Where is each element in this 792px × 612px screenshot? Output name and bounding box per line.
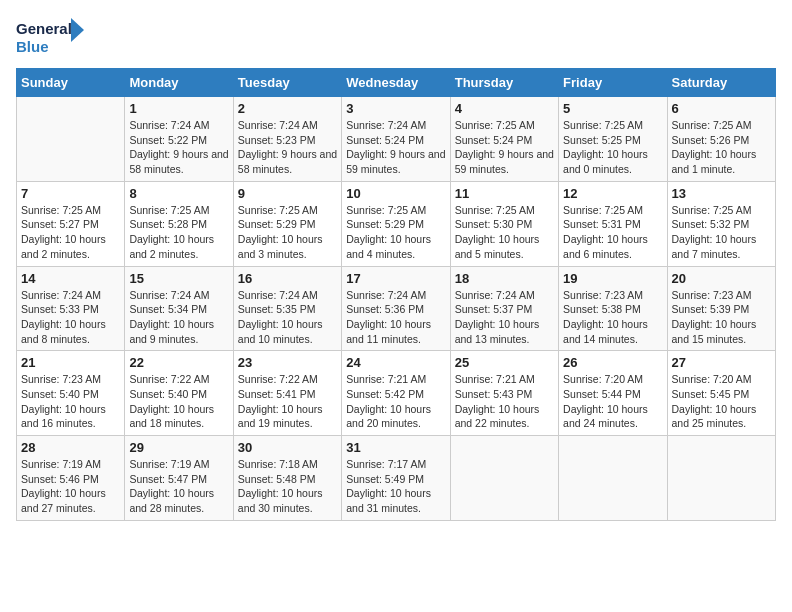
day-info: Sunrise: 7:25 AMSunset: 5:25 PMDaylight:… <box>563 118 662 177</box>
day-cell: 5Sunrise: 7:25 AMSunset: 5:25 PMDaylight… <box>559 97 667 182</box>
day-number: 6 <box>672 101 771 116</box>
day-info: Sunrise: 7:24 AMSunset: 5:36 PMDaylight:… <box>346 288 445 347</box>
column-header-friday: Friday <box>559 69 667 97</box>
column-header-monday: Monday <box>125 69 233 97</box>
day-cell: 20Sunrise: 7:23 AMSunset: 5:39 PMDayligh… <box>667 266 775 351</box>
day-cell: 21Sunrise: 7:23 AMSunset: 5:40 PMDayligh… <box>17 351 125 436</box>
logo-svg: General Blue <box>16 16 86 58</box>
day-cell <box>559 436 667 521</box>
day-info: Sunrise: 7:21 AMSunset: 5:42 PMDaylight:… <box>346 372 445 431</box>
day-info: Sunrise: 7:24 AMSunset: 5:22 PMDaylight:… <box>129 118 228 177</box>
day-number: 2 <box>238 101 337 116</box>
day-number: 5 <box>563 101 662 116</box>
day-cell: 17Sunrise: 7:24 AMSunset: 5:36 PMDayligh… <box>342 266 450 351</box>
day-info: Sunrise: 7:19 AMSunset: 5:47 PMDaylight:… <box>129 457 228 516</box>
day-info: Sunrise: 7:24 AMSunset: 5:34 PMDaylight:… <box>129 288 228 347</box>
day-cell: 30Sunrise: 7:18 AMSunset: 5:48 PMDayligh… <box>233 436 341 521</box>
day-cell: 16Sunrise: 7:24 AMSunset: 5:35 PMDayligh… <box>233 266 341 351</box>
day-number: 29 <box>129 440 228 455</box>
day-info: Sunrise: 7:25 AMSunset: 5:24 PMDaylight:… <box>455 118 554 177</box>
column-header-thursday: Thursday <box>450 69 558 97</box>
day-number: 28 <box>21 440 120 455</box>
day-info: Sunrise: 7:25 AMSunset: 5:32 PMDaylight:… <box>672 203 771 262</box>
day-number: 31 <box>346 440 445 455</box>
day-cell: 7Sunrise: 7:25 AMSunset: 5:27 PMDaylight… <box>17 181 125 266</box>
day-info: Sunrise: 7:19 AMSunset: 5:46 PMDaylight:… <box>21 457 120 516</box>
day-cell: 8Sunrise: 7:25 AMSunset: 5:28 PMDaylight… <box>125 181 233 266</box>
day-number: 15 <box>129 271 228 286</box>
day-info: Sunrise: 7:25 AMSunset: 5:29 PMDaylight:… <box>238 203 337 262</box>
day-info: Sunrise: 7:25 AMSunset: 5:27 PMDaylight:… <box>21 203 120 262</box>
day-number: 23 <box>238 355 337 370</box>
day-info: Sunrise: 7:25 AMSunset: 5:26 PMDaylight:… <box>672 118 771 177</box>
day-cell: 28Sunrise: 7:19 AMSunset: 5:46 PMDayligh… <box>17 436 125 521</box>
week-row-2: 7Sunrise: 7:25 AMSunset: 5:27 PMDaylight… <box>17 181 776 266</box>
svg-text:General: General <box>16 20 72 37</box>
day-number: 18 <box>455 271 554 286</box>
day-cell: 22Sunrise: 7:22 AMSunset: 5:40 PMDayligh… <box>125 351 233 436</box>
day-number: 22 <box>129 355 228 370</box>
day-cell: 26Sunrise: 7:20 AMSunset: 5:44 PMDayligh… <box>559 351 667 436</box>
day-number: 19 <box>563 271 662 286</box>
day-number: 24 <box>346 355 445 370</box>
svg-marker-2 <box>71 18 84 42</box>
day-info: Sunrise: 7:20 AMSunset: 5:44 PMDaylight:… <box>563 372 662 431</box>
day-number: 13 <box>672 186 771 201</box>
day-number: 17 <box>346 271 445 286</box>
day-number: 11 <box>455 186 554 201</box>
column-header-wednesday: Wednesday <box>342 69 450 97</box>
column-header-saturday: Saturday <box>667 69 775 97</box>
day-cell <box>17 97 125 182</box>
day-cell: 31Sunrise: 7:17 AMSunset: 5:49 PMDayligh… <box>342 436 450 521</box>
day-cell <box>667 436 775 521</box>
day-cell: 19Sunrise: 7:23 AMSunset: 5:38 PMDayligh… <box>559 266 667 351</box>
day-info: Sunrise: 7:23 AMSunset: 5:40 PMDaylight:… <box>21 372 120 431</box>
day-info: Sunrise: 7:25 AMSunset: 5:29 PMDaylight:… <box>346 203 445 262</box>
day-number: 4 <box>455 101 554 116</box>
day-number: 14 <box>21 271 120 286</box>
day-cell: 12Sunrise: 7:25 AMSunset: 5:31 PMDayligh… <box>559 181 667 266</box>
day-number: 10 <box>346 186 445 201</box>
day-cell: 25Sunrise: 7:21 AMSunset: 5:43 PMDayligh… <box>450 351 558 436</box>
logo: General Blue <box>16 16 86 58</box>
day-cell: 11Sunrise: 7:25 AMSunset: 5:30 PMDayligh… <box>450 181 558 266</box>
day-cell: 18Sunrise: 7:24 AMSunset: 5:37 PMDayligh… <box>450 266 558 351</box>
day-info: Sunrise: 7:18 AMSunset: 5:48 PMDaylight:… <box>238 457 337 516</box>
day-number: 7 <box>21 186 120 201</box>
page-header: General Blue <box>16 16 776 58</box>
column-header-tuesday: Tuesday <box>233 69 341 97</box>
day-cell <box>450 436 558 521</box>
day-info: Sunrise: 7:24 AMSunset: 5:23 PMDaylight:… <box>238 118 337 177</box>
day-info: Sunrise: 7:23 AMSunset: 5:38 PMDaylight:… <box>563 288 662 347</box>
day-info: Sunrise: 7:21 AMSunset: 5:43 PMDaylight:… <box>455 372 554 431</box>
day-cell: 4Sunrise: 7:25 AMSunset: 5:24 PMDaylight… <box>450 97 558 182</box>
day-info: Sunrise: 7:25 AMSunset: 5:31 PMDaylight:… <box>563 203 662 262</box>
day-cell: 2Sunrise: 7:24 AMSunset: 5:23 PMDaylight… <box>233 97 341 182</box>
day-cell: 3Sunrise: 7:24 AMSunset: 5:24 PMDaylight… <box>342 97 450 182</box>
week-row-1: 1Sunrise: 7:24 AMSunset: 5:22 PMDaylight… <box>17 97 776 182</box>
day-info: Sunrise: 7:25 AMSunset: 5:28 PMDaylight:… <box>129 203 228 262</box>
day-info: Sunrise: 7:22 AMSunset: 5:40 PMDaylight:… <box>129 372 228 431</box>
day-info: Sunrise: 7:24 AMSunset: 5:33 PMDaylight:… <box>21 288 120 347</box>
day-number: 9 <box>238 186 337 201</box>
day-cell: 10Sunrise: 7:25 AMSunset: 5:29 PMDayligh… <box>342 181 450 266</box>
day-info: Sunrise: 7:17 AMSunset: 5:49 PMDaylight:… <box>346 457 445 516</box>
day-number: 12 <box>563 186 662 201</box>
day-number: 8 <box>129 186 228 201</box>
day-number: 25 <box>455 355 554 370</box>
day-info: Sunrise: 7:24 AMSunset: 5:24 PMDaylight:… <box>346 118 445 177</box>
day-info: Sunrise: 7:24 AMSunset: 5:37 PMDaylight:… <box>455 288 554 347</box>
week-row-5: 28Sunrise: 7:19 AMSunset: 5:46 PMDayligh… <box>17 436 776 521</box>
day-number: 16 <box>238 271 337 286</box>
day-cell: 23Sunrise: 7:22 AMSunset: 5:41 PMDayligh… <box>233 351 341 436</box>
day-info: Sunrise: 7:23 AMSunset: 5:39 PMDaylight:… <box>672 288 771 347</box>
day-cell: 14Sunrise: 7:24 AMSunset: 5:33 PMDayligh… <box>17 266 125 351</box>
day-number: 20 <box>672 271 771 286</box>
day-cell: 15Sunrise: 7:24 AMSunset: 5:34 PMDayligh… <box>125 266 233 351</box>
day-number: 3 <box>346 101 445 116</box>
column-header-sunday: Sunday <box>17 69 125 97</box>
day-cell: 27Sunrise: 7:20 AMSunset: 5:45 PMDayligh… <box>667 351 775 436</box>
day-info: Sunrise: 7:25 AMSunset: 5:30 PMDaylight:… <box>455 203 554 262</box>
day-number: 21 <box>21 355 120 370</box>
week-row-3: 14Sunrise: 7:24 AMSunset: 5:33 PMDayligh… <box>17 266 776 351</box>
